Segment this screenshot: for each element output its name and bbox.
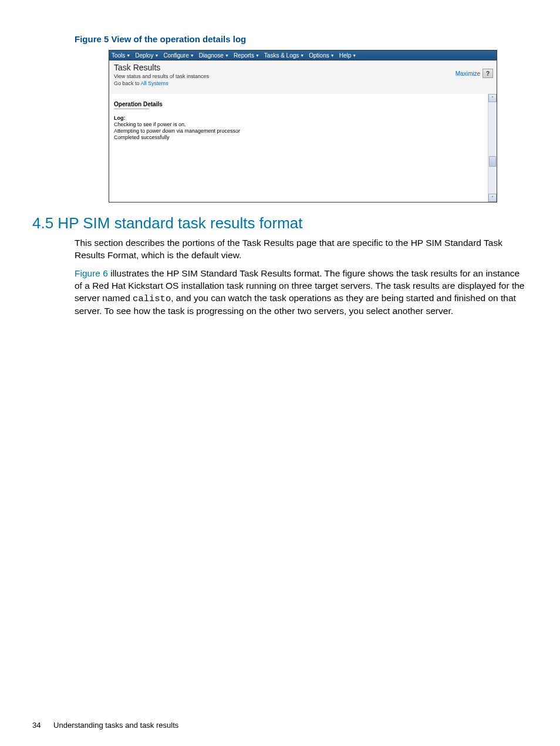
menubar: Tools▼ Deploy▼ Configure▼ Diagnose▼ Repo… (109, 50, 497, 60)
menu-deploy[interactable]: Deploy▼ (135, 52, 158, 59)
menu-diagnose[interactable]: Diagnose▼ (199, 52, 229, 59)
figure-6-link[interactable]: Figure 6 (75, 268, 108, 278)
body-paragraph: This section describes the portions of t… (75, 237, 528, 262)
menu-options[interactable]: Options▼ (309, 52, 334, 59)
chevron-down-icon: ▼ (255, 53, 259, 58)
log-line: Checking to see if power is on. (114, 121, 486, 127)
menu-configure[interactable]: Configure▼ (163, 52, 194, 59)
log-line: Completed successfully (114, 134, 486, 140)
chapter-title: Understanding tasks and task results (53, 721, 178, 730)
scroll-up-button[interactable]: ˄ (488, 94, 497, 102)
page-number: 34 (32, 721, 41, 730)
help-button[interactable]: ? (483, 69, 493, 78)
page-footer: 34 Understanding tasks and task results (32, 721, 178, 730)
task-results-header: Task Results View status and results of … (109, 60, 497, 94)
figure-5-screenshot: Tools▼ Deploy▼ Configure▼ Diagnose▼ Repo… (109, 50, 497, 202)
chevron-down-icon: ▼ (154, 53, 158, 58)
scroll-thumb[interactable] (489, 156, 496, 167)
breadcrumb: Go back to All Systems (114, 80, 492, 86)
chevron-down-icon: ▼ (330, 53, 335, 58)
log-line: Attempting to power down via management … (114, 128, 486, 134)
figure-caption: Figure 5 View of the operation details l… (75, 34, 528, 44)
section-heading: 4.5 HP SIM standard task results format (32, 214, 528, 232)
page-subtitle: View status and results of task instance… (114, 73, 492, 79)
server-name-code: calisto (133, 293, 171, 304)
chevron-down-icon: ▼ (225, 53, 229, 58)
chevron-down-icon: ▼ (352, 53, 356, 58)
divider (114, 109, 149, 109)
operation-details-title: Operation Details (114, 101, 486, 107)
log-label: Log: (114, 115, 486, 121)
menu-reports[interactable]: Reports▼ (234, 52, 259, 59)
maximize-link[interactable]: Maximize (456, 70, 480, 77)
menu-tools[interactable]: Tools▼ (112, 52, 130, 59)
menu-tasks-logs[interactable]: Tasks & Logs▼ (264, 52, 304, 59)
chevron-down-icon: ▼ (190, 53, 194, 58)
operation-details-pane: Operation Details Log: Checking to see i… (109, 94, 497, 202)
scroll-down-button[interactable]: ˅ (488, 194, 497, 202)
chevron-down-icon: ▼ (300, 53, 304, 58)
page-title: Task Results (114, 63, 492, 72)
all-systems-link[interactable]: All Systems (141, 80, 168, 86)
body-paragraph: Figure 6 illustrates the HP SIM Standard… (75, 268, 528, 318)
scrollbar[interactable]: ˄ ˅ (488, 94, 497, 202)
chevron-down-icon: ▼ (126, 53, 130, 58)
menu-help[interactable]: Help▼ (339, 52, 357, 59)
